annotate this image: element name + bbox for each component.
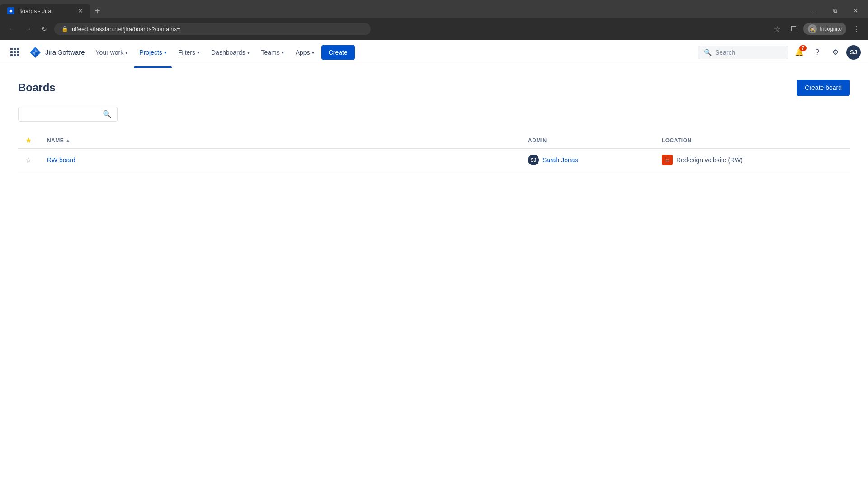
col-name-header[interactable]: Name ▲: [47, 137, 521, 144]
address-bar[interactable]: 🔒 uifeed.atlassian.net/jira/boards?conta…: [54, 23, 371, 35]
tab-title: Boards - Jira: [18, 8, 52, 14]
incognito-avatar: 🕵: [808, 24, 817, 33]
row-star-cell: ☆: [25, 156, 40, 164]
col-location-header: Location: [662, 137, 843, 144]
boards-search-input-wrapper[interactable]: 🔍: [18, 107, 118, 122]
lock-icon: 🔒: [61, 26, 68, 32]
main-content: Boards Create board 🔍 ★ Name ▲ Admin Loc…: [0, 65, 868, 488]
user-avatar[interactable]: SJ: [846, 45, 861, 60]
boards-search-icon: 🔍: [103, 110, 112, 118]
apps-nav-item[interactable]: Apps ▾: [290, 45, 320, 60]
window-controls: ─ ⧉ ✕: [804, 4, 868, 18]
menu-button[interactable]: ⋮: [850, 23, 863, 35]
tab-bar: Boards - Jira ✕ + ─ ⧉ ✕: [0, 0, 868, 18]
apps-grid-icon: [10, 48, 19, 56]
page-title: Boards: [18, 81, 56, 94]
bookmark-button[interactable]: ☆: [771, 23, 783, 35]
search-placeholder: Search: [715, 49, 735, 56]
admin-avatar: SJ: [528, 155, 539, 165]
create-button[interactable]: Create: [321, 45, 355, 60]
your-work-nav-item[interactable]: Your work ▾: [90, 45, 133, 60]
page-header: Boards Create board: [18, 80, 850, 96]
star-toggle-icon[interactable]: ☆: [25, 156, 32, 164]
active-tab[interactable]: Boards - Jira ✕: [0, 4, 90, 18]
url-display: uifeed.atlassian.net/jira/boards?contain…: [72, 26, 180, 33]
boards-search: 🔍: [18, 107, 850, 122]
browser-toolbar: ← → ↻ 🔒 uifeed.atlassian.net/jira/boards…: [0, 18, 868, 40]
location-name-text: Redesign website (RW): [676, 156, 743, 164]
location-project-icon: [662, 155, 673, 165]
forward-button[interactable]: →: [22, 23, 34, 35]
col-star-header: ★: [25, 136, 40, 145]
your-work-label: Your work: [96, 49, 124, 56]
extensions-button[interactable]: ⧠: [787, 23, 800, 35]
sort-arrow-icon: ▲: [66, 138, 70, 143]
filters-label: Filters: [178, 49, 195, 56]
filters-chevron: ▾: [197, 50, 199, 55]
jira-logo-text: Jira Software: [45, 48, 85, 56]
nav-search-bar[interactable]: 🔍 Search: [698, 46, 788, 59]
reload-button[interactable]: ↻: [38, 23, 51, 35]
jira-app: Jira Software Your work ▾ Projects ▾ Fil…: [0, 40, 868, 488]
minimize-button[interactable]: ─: [804, 4, 825, 18]
col-location-label: Location: [662, 137, 692, 144]
nav-left: Jira Software: [7, 44, 89, 61]
browser-chrome: Boards - Jira ✕ + ─ ⧉ ✕ ← → ↻ 🔒 uifeed.a…: [0, 0, 868, 40]
back-button[interactable]: ←: [5, 23, 18, 35]
dashboards-label: Dashboards: [211, 49, 245, 56]
admin-name-link[interactable]: Sarah Jonas: [542, 156, 578, 164]
help-button[interactable]: ?: [810, 45, 825, 60]
tab-favicon: [7, 7, 14, 14]
row-location-cell: Redesign website (RW): [662, 155, 843, 165]
apps-label: Apps: [296, 49, 310, 56]
table-row: ☆ RW board SJ Sarah Jonas Redesign websi…: [18, 149, 850, 171]
apps-grid-button[interactable]: [7, 45, 22, 60]
toolbar-actions: ☆ ⧠ 🕵 Incognito ⋮: [771, 23, 863, 35]
close-window-button[interactable]: ✕: [845, 4, 866, 18]
dashboards-nav-item[interactable]: Dashboards ▾: [206, 45, 255, 60]
create-board-button[interactable]: Create board: [797, 80, 850, 96]
incognito-badge[interactable]: 🕵 Incognito: [803, 23, 846, 35]
your-work-chevron: ▾: [125, 50, 127, 55]
board-name-link[interactable]: RW board: [47, 156, 75, 164]
settings-button[interactable]: ⚙: [828, 45, 843, 60]
projects-chevron: ▾: [164, 50, 166, 55]
table-header: ★ Name ▲ Admin Location: [18, 132, 850, 149]
col-admin-label: Admin: [528, 137, 547, 144]
teams-label: Teams: [261, 49, 280, 56]
projects-nav-item[interactable]: Projects ▾: [134, 45, 172, 60]
projects-label: Projects: [139, 49, 162, 56]
tab-close-button[interactable]: ✕: [78, 7, 83, 14]
jira-nav: Jira Software Your work ▾ Projects ▾ Fil…: [0, 40, 868, 65]
apps-chevron: ▾: [312, 50, 314, 55]
notification-badge: 7: [799, 45, 807, 51]
new-tab-button[interactable]: +: [90, 4, 105, 18]
nav-right: 🔍 Search 🔔 7 ? ⚙ SJ: [698, 45, 861, 60]
jira-diamond-icon: [29, 46, 42, 59]
jira-logo[interactable]: Jira Software: [25, 44, 89, 61]
notifications-button[interactable]: 🔔 7: [792, 45, 807, 60]
row-name-cell: RW board: [47, 156, 521, 164]
col-name-label: Name: [47, 137, 64, 144]
maximize-button[interactable]: ⧉: [825, 4, 845, 18]
row-admin-cell: SJ Sarah Jonas: [528, 155, 655, 165]
incognito-label: Incognito: [820, 26, 842, 32]
col-admin-header: Admin: [528, 137, 655, 144]
search-icon: 🔍: [704, 49, 712, 56]
star-header-icon: ★: [25, 136, 32, 144]
dashboards-chevron: ▾: [247, 50, 250, 55]
boards-search-field[interactable]: [24, 111, 99, 118]
filters-nav-item[interactable]: Filters ▾: [173, 45, 205, 60]
teams-nav-item[interactable]: Teams ▾: [256, 45, 289, 60]
teams-chevron: ▾: [282, 50, 284, 55]
nav-items: Your work ▾ Projects ▾ Filters ▾ Dashboa…: [90, 45, 320, 60]
